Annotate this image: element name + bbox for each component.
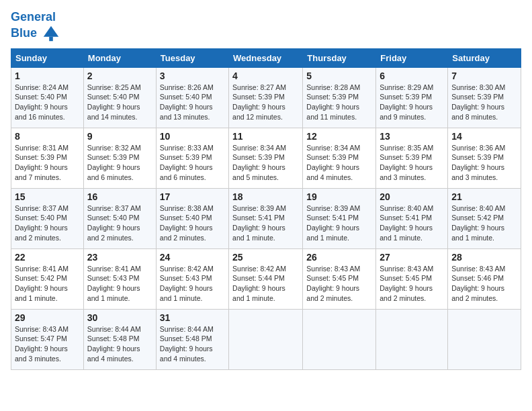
day-number: 17 (160, 191, 225, 202)
calendar-header-row: SundayMondayTuesdayWednesdayThursdayFrid… (11, 48, 521, 67)
svg-marker-0 (44, 26, 58, 37)
header-sunday: Sunday (11, 48, 84, 67)
calendar-cell: 19Sunrise: 8:39 AM Sunset: 5:41 PM Dayli… (303, 188, 376, 248)
calendar-cell: 4Sunrise: 8:27 AM Sunset: 5:39 PM Daylig… (229, 67, 303, 128)
calendar-cell: 18Sunrise: 8:39 AM Sunset: 5:41 PM Dayli… (229, 188, 303, 248)
calendar-cell: 12Sunrise: 8:34 AM Sunset: 5:39 PM Dayli… (303, 128, 376, 188)
calendar-cell: 30Sunrise: 8:44 AM Sunset: 5:48 PM Dayli… (83, 309, 156, 369)
calendar-cell: 11Sunrise: 8:34 AM Sunset: 5:39 PM Dayli… (229, 128, 303, 188)
logo-text: General (11, 11, 60, 24)
calendar-cell: 22Sunrise: 8:41 AM Sunset: 5:42 PM Dayli… (11, 248, 84, 309)
day-info: Sunrise: 8:43 AM Sunset: 5:45 PM Dayligh… (306, 264, 372, 304)
calendar-cell: 26Sunrise: 8:43 AM Sunset: 5:45 PM Dayli… (303, 248, 376, 309)
day-number: 7 (451, 71, 517, 81)
calendar-cell: 16Sunrise: 8:37 AM Sunset: 5:40 PM Dayli… (83, 188, 156, 248)
day-info: Sunrise: 8:44 AM Sunset: 5:48 PM Dayligh… (160, 324, 225, 364)
svg-rect-1 (49, 36, 53, 41)
header-saturday: Saturday (448, 48, 521, 67)
day-info: Sunrise: 8:29 AM Sunset: 5:39 PM Dayligh… (380, 83, 444, 122)
day-info: Sunrise: 8:41 AM Sunset: 5:43 PM Dayligh… (87, 264, 152, 304)
day-number: 10 (160, 131, 225, 142)
day-number: 29 (15, 312, 80, 323)
calendar-cell: 28Sunrise: 8:43 AM Sunset: 5:46 PM Dayli… (448, 248, 521, 309)
calendar-cell: 13Sunrise: 8:35 AM Sunset: 5:39 PM Dayli… (376, 128, 448, 188)
day-info: Sunrise: 8:24 AM Sunset: 5:40 PM Dayligh… (15, 83, 80, 122)
day-info: Sunrise: 8:43 AM Sunset: 5:45 PM Dayligh… (380, 264, 444, 304)
day-number: 27 (380, 252, 444, 263)
day-info: Sunrise: 8:37 AM Sunset: 5:40 PM Dayligh… (87, 203, 152, 243)
day-info: Sunrise: 8:25 AM Sunset: 5:40 PM Dayligh… (87, 83, 152, 122)
calendar-week-row: 22Sunrise: 8:41 AM Sunset: 5:42 PM Dayli… (11, 248, 521, 309)
page-header: General Blue (11, 11, 521, 43)
header-tuesday: Tuesday (156, 48, 228, 67)
calendar-cell (229, 309, 303, 369)
day-number: 11 (232, 131, 299, 142)
day-info: Sunrise: 8:36 AM Sunset: 5:39 PM Dayligh… (451, 143, 517, 183)
calendar-week-row: 29Sunrise: 8:43 AM Sunset: 5:47 PM Dayli… (11, 309, 521, 369)
day-info: Sunrise: 8:42 AM Sunset: 5:44 PM Dayligh… (232, 264, 299, 304)
calendar-cell: 21Sunrise: 8:40 AM Sunset: 5:42 PM Dayli… (448, 188, 521, 248)
calendar-cell: 17Sunrise: 8:38 AM Sunset: 5:40 PM Dayli… (156, 188, 228, 248)
day-info: Sunrise: 8:34 AM Sunset: 5:39 PM Dayligh… (306, 143, 372, 183)
day-info: Sunrise: 8:30 AM Sunset: 5:39 PM Dayligh… (451, 83, 517, 122)
calendar-cell: 7Sunrise: 8:30 AM Sunset: 5:39 PM Daylig… (448, 67, 521, 128)
day-number: 14 (451, 131, 517, 142)
day-info: Sunrise: 8:31 AM Sunset: 5:39 PM Dayligh… (15, 143, 80, 183)
calendar-cell: 15Sunrise: 8:37 AM Sunset: 5:40 PM Dayli… (11, 188, 84, 248)
day-info: Sunrise: 8:44 AM Sunset: 5:48 PM Dayligh… (87, 324, 152, 364)
day-number: 24 (160, 252, 225, 263)
day-number: 22 (15, 252, 80, 263)
calendar-cell: 8Sunrise: 8:31 AM Sunset: 5:39 PM Daylig… (11, 128, 84, 188)
day-info: Sunrise: 8:43 AM Sunset: 5:47 PM Dayligh… (15, 324, 80, 364)
calendar-cell: 29Sunrise: 8:43 AM Sunset: 5:47 PM Dayli… (11, 309, 84, 369)
day-number: 6 (380, 71, 444, 81)
day-info: Sunrise: 8:40 AM Sunset: 5:42 PM Dayligh… (451, 203, 517, 243)
day-info: Sunrise: 8:27 AM Sunset: 5:39 PM Dayligh… (232, 83, 299, 122)
calendar-cell: 1Sunrise: 8:24 AM Sunset: 5:40 PM Daylig… (11, 67, 84, 128)
day-number: 3 (160, 71, 225, 81)
calendar-cell: 3Sunrise: 8:26 AM Sunset: 5:40 PM Daylig… (156, 67, 228, 128)
day-number: 8 (15, 131, 80, 142)
header-monday: Monday (83, 48, 156, 67)
day-number: 20 (380, 191, 444, 202)
day-info: Sunrise: 8:35 AM Sunset: 5:39 PM Dayligh… (380, 143, 444, 183)
day-number: 21 (451, 191, 517, 202)
day-info: Sunrise: 8:43 AM Sunset: 5:46 PM Dayligh… (451, 264, 517, 304)
day-number: 23 (87, 252, 152, 263)
day-number: 25 (232, 252, 299, 263)
day-info: Sunrise: 8:42 AM Sunset: 5:43 PM Dayligh… (160, 264, 225, 304)
day-info: Sunrise: 8:41 AM Sunset: 5:42 PM Dayligh… (15, 264, 80, 304)
calendar-cell: 20Sunrise: 8:40 AM Sunset: 5:41 PM Dayli… (376, 188, 448, 248)
day-info: Sunrise: 8:40 AM Sunset: 5:41 PM Dayligh… (380, 203, 444, 243)
calendar-week-row: 8Sunrise: 8:31 AM Sunset: 5:39 PM Daylig… (11, 128, 521, 188)
day-number: 26 (306, 252, 372, 263)
day-number: 16 (87, 191, 152, 202)
day-number: 31 (160, 312, 225, 323)
calendar-week-row: 1Sunrise: 8:24 AM Sunset: 5:40 PM Daylig… (11, 67, 521, 128)
day-number: 4 (232, 71, 299, 81)
calendar-cell (376, 309, 448, 369)
calendar-cell: 31Sunrise: 8:44 AM Sunset: 5:48 PM Dayli… (156, 309, 228, 369)
calendar-cell: 10Sunrise: 8:33 AM Sunset: 5:39 PM Dayli… (156, 128, 228, 188)
day-number: 15 (15, 191, 80, 202)
calendar-table: SundayMondayTuesdayWednesdayThursdayFrid… (11, 48, 521, 370)
calendar-cell: 9Sunrise: 8:32 AM Sunset: 5:39 PM Daylig… (83, 128, 156, 188)
day-info: Sunrise: 8:37 AM Sunset: 5:40 PM Dayligh… (15, 203, 80, 243)
calendar-cell (448, 309, 521, 369)
day-number: 5 (306, 71, 372, 81)
day-number: 30 (87, 312, 152, 323)
day-number: 13 (380, 131, 444, 142)
calendar-cell: 24Sunrise: 8:42 AM Sunset: 5:43 PM Dayli… (156, 248, 228, 309)
header-wednesday: Wednesday (229, 48, 303, 67)
calendar-cell: 2Sunrise: 8:25 AM Sunset: 5:40 PM Daylig… (83, 67, 156, 128)
header-friday: Friday (376, 48, 448, 67)
calendar-cell: 6Sunrise: 8:29 AM Sunset: 5:39 PM Daylig… (376, 67, 448, 128)
calendar-week-row: 15Sunrise: 8:37 AM Sunset: 5:40 PM Dayli… (11, 188, 521, 248)
logo-text2: Blue (11, 24, 60, 43)
day-info: Sunrise: 8:28 AM Sunset: 5:39 PM Dayligh… (306, 83, 372, 122)
logo: General Blue (11, 11, 60, 43)
day-number: 9 (87, 131, 152, 142)
calendar-cell: 23Sunrise: 8:41 AM Sunset: 5:43 PM Dayli… (83, 248, 156, 309)
calendar-cell: 27Sunrise: 8:43 AM Sunset: 5:45 PM Dayli… (376, 248, 448, 309)
day-number: 2 (87, 71, 152, 81)
